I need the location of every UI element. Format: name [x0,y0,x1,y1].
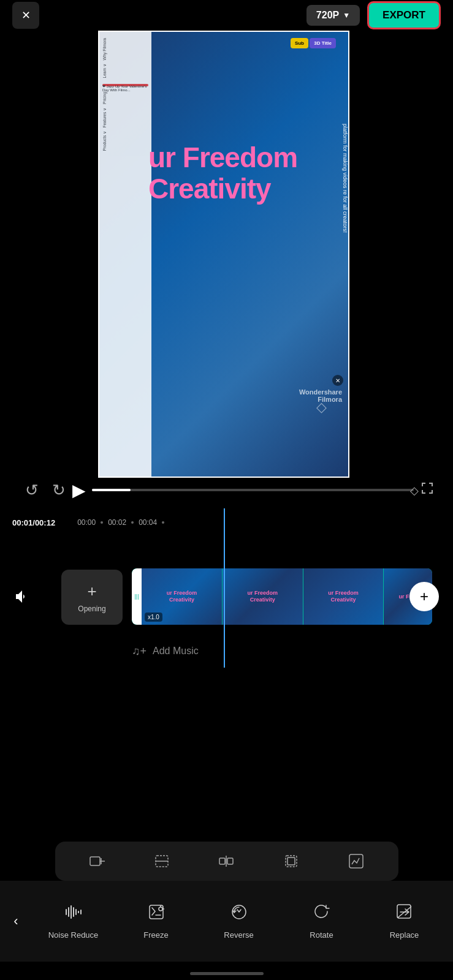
freeze-icon [147,903,166,925]
svg-rect-13 [70,905,72,919]
fullscreen-icon [420,481,435,496]
freeze-label: Freeze [143,930,168,940]
volume-icon[interactable] [13,588,31,609]
svg-rect-14 [73,907,74,917]
svg-rect-10 [349,854,363,868]
back-button[interactable]: ‹ [0,881,32,962]
opening-label: Opening [78,605,105,613]
home-indicator [190,972,264,975]
progress-fill [92,489,131,491]
sidebar-learn: Learn ∨ [102,64,148,78]
video-preview: Why Filmora Learn ∨ ❤ Jazz Up Your Valen… [98,31,349,478]
replace-label: Replace [390,930,419,940]
noise-reduce-icon [64,903,83,925]
time-markers: 00:00 00:02 00:04 [77,518,441,527]
strip-frames: x1.0 ur FreedomCreativity ur FreedomCrea… [142,568,432,625]
strip-frame: ur FreedomCreativity [303,568,384,625]
timeline-playhead [224,508,225,668]
crop-icon[interactable] [278,848,305,875]
strip-left-handle: ||| [132,568,142,625]
rotate-label: Rotate [310,930,333,940]
video-strip[interactable]: ||| x1.0 ur FreedomCreativity ur Freedom… [132,568,432,625]
undo-button[interactable]: ↺ [18,477,45,503]
sub-badge: Sub [291,38,308,48]
svg-rect-15 [75,909,77,915]
replace-button[interactable]: Replace [363,881,446,962]
plus-icon: + [87,582,96,601]
svg-rect-6 [227,858,233,864]
add-clip-button[interactable]: + [409,582,439,611]
keyframe-diamond-icon: ◇ [410,484,419,497]
fullscreen-button[interactable] [420,481,435,499]
close-button[interactable]: ✕ [12,2,39,29]
svg-rect-16 [78,911,79,913]
svg-point-19 [159,907,162,911]
speed-badge: x1.0 [145,612,162,622]
strip-frame: ur FreedomCreativity [223,568,303,625]
rotate-icon [313,903,331,925]
export-button[interactable]: EXPORT [367,1,441,29]
timeline-ruler: 00:01/00:12 00:00 00:02 00:04 [0,513,453,532]
play-button[interactable]: ▶ [72,480,86,500]
dot-marker [101,521,103,524]
bottom-toolbar [55,842,398,881]
svg-rect-12 [68,907,69,917]
svg-rect-0 [90,857,100,865]
header-right: 720P ▼ EXPORT [306,1,441,29]
add-clip-icon[interactable] [83,848,110,875]
video-text-line1: ur Freedom [148,142,297,173]
video-text-overlay: ur Freedom Creativity [148,142,297,204]
noise-reduce-button[interactable]: Noise Reduce [32,881,115,962]
reverse-label: Reverse [224,930,253,940]
quality-selector[interactable]: 720P ▼ [306,5,360,26]
split-icon[interactable] [213,848,240,875]
freeze-button[interactable]: Freeze [115,881,197,962]
sidebar-features: Features ∨ [102,108,148,127]
add-music-bar[interactable]: ♫+ Add Music [132,636,453,666]
dot-marker [131,521,134,524]
svg-rect-5 [219,858,225,864]
reverse-icon [230,903,248,925]
redo-button[interactable]: ↻ [45,477,72,503]
analytics-icon[interactable] [343,848,370,875]
header: ✕ 720P ▼ EXPORT [0,0,453,31]
chevron-down-icon: ▼ [343,11,350,20]
rotate-button[interactable]: Rotate [280,881,363,962]
diamond-icon: ◇ [316,399,327,415]
svg-rect-17 [80,910,82,914]
opening-button[interactable]: + Opening [61,570,123,625]
reverse-button[interactable]: Reverse [197,881,280,962]
svg-rect-11 [66,909,67,915]
noise-reduce-label: Noise Reduce [48,930,99,940]
bottom-action-bar: ‹ Noise Reduce Free [0,881,453,962]
video-subtitle: platform for making videos re for all cr… [314,124,348,233]
watermark-close-icon[interactable]: ✕ [332,375,343,386]
3d-title-badge: 3D Title [310,38,336,48]
music-note-icon: ♫+ [132,645,147,658]
sidebar-why: Why Filmora [102,38,148,60]
current-time: 00:01/00:12 [12,518,55,527]
video-sidebar: Why Filmora Learn ∨ ❤ Jazz Up Your Valen… [99,32,151,477]
svg-rect-9 [287,858,295,865]
sidebar-pricing: Pricing [102,92,148,104]
progress-bar[interactable]: ◇ [92,489,414,491]
replace-icon [395,903,414,925]
add-music-label: Add Music [153,646,199,657]
video-content: Why Filmora Learn ∨ ❤ Jazz Up Your Valen… [99,32,348,477]
playback-controls: ↺ ↻ ▶ ◇ [0,477,453,503]
dot-marker [162,521,164,524]
video-text-line2: Creativity [148,173,297,205]
trim-icon[interactable] [148,848,175,875]
sidebar-products: Products ∨ [102,131,148,151]
